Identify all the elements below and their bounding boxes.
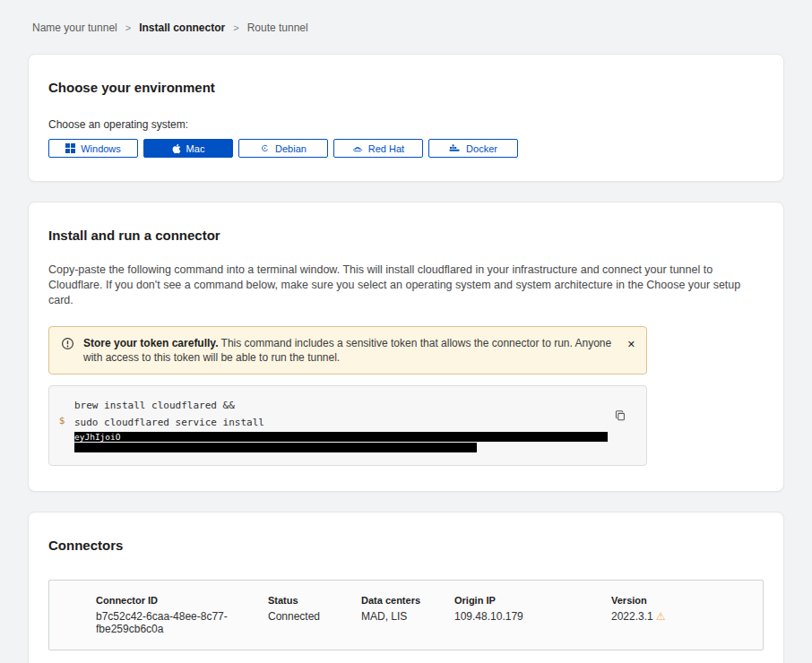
environment-card: Choose your environment Choose an operat… <box>28 54 784 182</box>
os-button-label: Mac <box>186 143 205 154</box>
windows-icon <box>65 143 75 153</box>
breadcrumb: Name your tunnel > Install connector > R… <box>0 0 812 34</box>
install-card-title: Install and run a connector <box>48 228 764 243</box>
command-line-2: sudo cloudflared service install <box>74 414 608 431</box>
redacted-token-line-1: eyJhIjoiO <box>74 432 608 442</box>
token-prefix: eyJhIjoiO <box>74 432 120 442</box>
os-button-docker[interactable]: Docker <box>428 139 518 158</box>
cell-connector-id: b7c52c42-6caa-48ee-8c77-fbe259cb6c0a <box>49 610 268 650</box>
os-button-label: Windows <box>81 143 121 154</box>
install-command-block: $ brew install cloudflared && sudo cloud… <box>48 385 647 466</box>
close-icon[interactable]: ✕ <box>627 339 635 350</box>
header-version: Version <box>611 581 763 610</box>
install-description: Copy-paste the following command into a … <box>48 263 764 308</box>
cell-data-centers: MAD, LIS <box>361 610 454 650</box>
shell-prompt: $ <box>49 397 74 452</box>
os-button-mac[interactable]: Mac <box>143 139 233 158</box>
connectors-table: Connector ID Status Data centers Origin … <box>48 580 764 650</box>
redacted-token-line-2 <box>74 443 477 452</box>
cell-version: 2022.3.1⚠ <box>611 610 763 650</box>
os-select-label: Choose an operating system: <box>48 118 764 131</box>
os-button-group: Windows Mac Debian <box>48 139 764 158</box>
cell-origin-ip: 109.48.10.179 <box>454 610 611 650</box>
header-connector-id: Connector ID <box>49 581 268 610</box>
version-warning-icon: ⚠ <box>656 610 666 623</box>
docker-icon <box>449 143 461 153</box>
environment-card-title: Choose your environment <box>48 80 764 95</box>
os-button-redhat[interactable]: Red Hat <box>333 139 423 158</box>
install-card: Install and run a connector Copy-paste t… <box>28 202 784 492</box>
warning-message: Store your token carefully. This command… <box>83 336 617 365</box>
copy-icon[interactable] <box>614 409 626 425</box>
warning-title: Store your token carefully. <box>83 337 219 349</box>
breadcrumb-step-route-tunnel[interactable]: Route tunnel <box>247 22 308 34</box>
os-button-windows[interactable]: Windows <box>48 139 138 158</box>
version-value: 2022.3.1 <box>611 610 653 623</box>
header-data-centers: Data centers <box>361 581 454 610</box>
breadcrumb-step-install-connector[interactable]: Install connector <box>139 22 225 34</box>
os-button-label: Debian <box>275 143 307 154</box>
os-button-label: Docker <box>466 143 497 154</box>
cell-status: Connected <box>268 610 361 650</box>
header-origin-ip: Origin IP <box>454 581 611 610</box>
install-command-text: brew install cloudflared && sudo cloudfl… <box>74 397 608 452</box>
connectors-card-title: Connectors <box>48 538 764 553</box>
breadcrumb-separator: > <box>125 22 131 33</box>
redhat-icon <box>352 143 363 153</box>
apple-icon <box>172 143 181 154</box>
info-icon <box>61 337 74 354</box>
command-line-1: brew install cloudflared && <box>74 397 608 414</box>
table-row: b7c52c42-6caa-48ee-8c77-fbe259cb6c0a Con… <box>49 610 763 650</box>
breadcrumb-step-name-your-tunnel[interactable]: Name your tunnel <box>32 22 117 34</box>
connectors-table-header: Connector ID Status Data centers Origin … <box>49 581 763 610</box>
connectors-card: Connectors Connector ID Status Data cent… <box>28 512 784 663</box>
os-button-debian[interactable]: Debian <box>238 139 328 158</box>
os-button-label: Red Hat <box>368 143 404 154</box>
breadcrumb-separator: > <box>233 22 238 33</box>
debian-icon <box>260 143 270 153</box>
header-status: Status <box>268 581 361 610</box>
token-warning-banner: Store your token carefully. This command… <box>48 326 647 375</box>
